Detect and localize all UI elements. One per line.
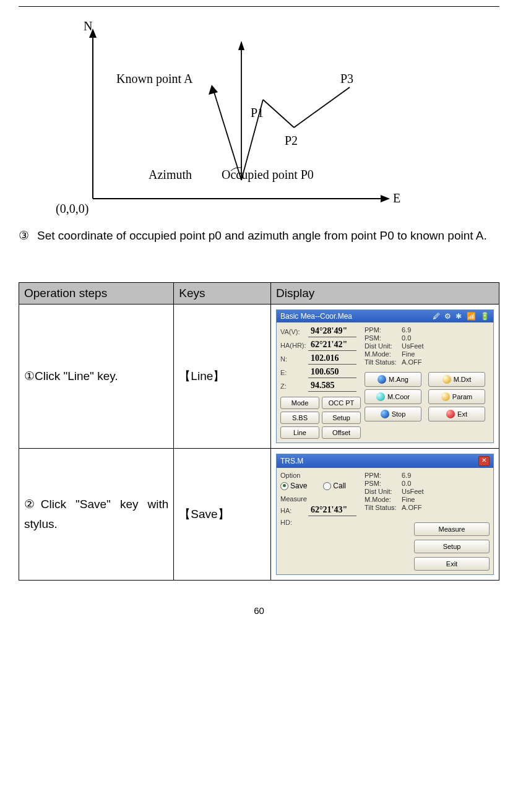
info-label: PPM:: [365, 326, 402, 334]
info-label: Dist Unit:: [365, 342, 402, 350]
call-label: Call: [333, 482, 346, 490]
titlebar-coor-mea: Basic Mea--Coor.Mea 🖉 ⚙ ✱ 📶 🔋: [277, 310, 493, 322]
instruction-number: ③: [19, 227, 37, 245]
titlebar-icons: 🖉 ⚙ ✱ 📶 🔋: [430, 312, 490, 321]
screen-title: Basic Mea--Coor.Mea: [280, 312, 352, 321]
field-value: 94.585: [308, 381, 356, 392]
field-label: VA(V):: [280, 328, 306, 335]
info-value: Fine: [402, 350, 490, 358]
page-number: 60: [19, 605, 499, 616]
info-grid: PPM:6.9 PSM:0.0 Dist Unit:UsFeet M.Mode:…: [365, 326, 490, 366]
info-value: 6.9: [402, 326, 490, 334]
btn-label: Param: [452, 393, 472, 400]
fields-column: VA(V):94°28'49" HA(HR):62°21'42" N:102.0…: [280, 326, 361, 439]
exit-button[interactable]: Exit: [414, 557, 490, 571]
field-value: 100.650: [308, 367, 356, 378]
field-label: Z:: [280, 382, 306, 390]
orb-icon: [446, 410, 455, 418]
orb-icon: [442, 375, 451, 384]
info-value: Fine: [402, 496, 490, 503]
signal-icon: 📶: [467, 312, 476, 321]
setup-button[interactable]: Setup: [322, 412, 361, 424]
close-icon[interactable]: ✕: [478, 456, 490, 466]
btn-label: M.Dxt: [454, 376, 472, 383]
instruction-3: ③ Set coordinate of occupied point p0 an…: [19, 227, 499, 245]
top-rule: [19, 6, 499, 7]
label-known-a: Known point A: [116, 72, 192, 86]
titlebar-trsm: TRS.M ✕: [277, 454, 493, 468]
measure-label: Measure: [280, 495, 361, 503]
instruction-text: Set coordinate of occupied point p0 and …: [37, 227, 499, 245]
bluetooth-icon: 🖉: [433, 312, 440, 321]
azimuth-diagram: N E (0,0,0) Known point A P1 P2 P3 Azimu…: [56, 19, 402, 217]
svg-marker-7: [209, 85, 218, 95]
label-p1: P1: [251, 106, 264, 120]
field-label: E:: [280, 369, 306, 376]
offset-button[interactable]: Offset: [322, 426, 361, 439]
diagram-svg: [56, 19, 402, 217]
right-col: PPM:6.9 PSM:0.0 Dist Unit:UsFeet M.Mode:…: [365, 472, 490, 571]
info-value: A.OFF: [402, 358, 490, 366]
label-p3: P3: [340, 72, 353, 86]
save-radio[interactable]: [280, 482, 288, 490]
info-value: UsFeet: [402, 488, 490, 495]
info-label: PSM:: [365, 334, 402, 342]
info-label: Dist Unit:: [365, 488, 402, 495]
left-col: Option Save Call Measure HA:62°21'43" HD…: [280, 472, 361, 571]
occpt-button[interactable]: OCC PT: [322, 397, 361, 409]
info-label: PPM:: [365, 472, 402, 479]
screen-trsm: TRS.M ✕ Option Save Call: [276, 454, 494, 575]
key-save: 【Save】: [174, 449, 271, 581]
info-value: 0.0: [402, 334, 490, 342]
option-row: Save Call: [280, 482, 361, 490]
info-value: 0.0: [402, 480, 490, 487]
btn-label: Stop: [392, 410, 406, 418]
display-1: Basic Mea--Coor.Mea 🖉 ⚙ ✱ 📶 🔋 VA(V):94°2…: [271, 304, 499, 449]
label-n: N: [84, 19, 92, 33]
svg-line-10: [294, 87, 350, 127]
save-label: Save: [290, 482, 307, 490]
label-origin: (0,0,0): [56, 202, 88, 216]
right-column: PPM:6.9 PSM:0.0 Dist Unit:UsFeet M.Mode:…: [365, 326, 490, 439]
param-button[interactable]: Param: [428, 389, 485, 404]
mcoor-button[interactable]: M.Coor: [365, 389, 421, 404]
measure-button[interactable]: Measure: [414, 522, 490, 536]
screen-coor-mea: Basic Mea--Coor.Mea 🖉 ⚙ ✱ 📶 🔋 VA(V):94°2…: [276, 309, 494, 443]
sbs-button[interactable]: S.BS: [280, 412, 319, 424]
mode-button[interactable]: Mode: [280, 397, 319, 409]
header-keys: Keys: [174, 283, 271, 304]
header-display: Display: [271, 283, 499, 304]
orb-icon: [381, 410, 389, 418]
line-button[interactable]: Line: [280, 426, 319, 439]
op-step-2: ②Click "Save" key with stylus.: [19, 449, 174, 581]
label-p2: P2: [285, 134, 298, 148]
info-value: A.OFF: [402, 504, 490, 511]
table-row: ②Click "Save" key with stylus. 【Save】 TR…: [19, 449, 499, 581]
field-value: 94°28'49": [308, 326, 356, 337]
svg-marker-3: [381, 195, 390, 202]
field-value: 62°21'42": [308, 340, 356, 351]
stop-button[interactable]: Stop: [365, 407, 421, 421]
label-e: E: [393, 191, 400, 205]
btn-label: Ext: [457, 410, 467, 418]
label-azimuth: Azimuth: [149, 168, 192, 182]
ha-label: HA:: [280, 507, 306, 514]
svg-marker-5: [238, 41, 244, 50]
orb-icon: [378, 375, 386, 384]
ext-button[interactable]: Ext: [428, 407, 485, 421]
mdxt-button[interactable]: M.Dxt: [428, 372, 485, 387]
mang-button[interactable]: M.Ang: [365, 372, 421, 387]
key-line: 【Line】: [174, 304, 271, 449]
info-label: Tilt Status:: [365, 504, 402, 511]
setup-button[interactable]: Setup: [414, 540, 490, 553]
svg-line-6: [214, 90, 241, 180]
label-occupied: Occupied point P0: [222, 168, 314, 182]
info-label: M.Mode:: [365, 496, 402, 503]
orb-icon: [441, 392, 450, 401]
btn-label: M.Ang: [389, 376, 408, 383]
option-label: Option: [280, 472, 361, 479]
header-operation: Operation steps: [19, 283, 174, 304]
field-label: N:: [280, 355, 306, 363]
operation-steps-table: Operation steps Keys Display ①Click "Lin…: [19, 282, 499, 581]
call-radio[interactable]: [323, 482, 331, 490]
